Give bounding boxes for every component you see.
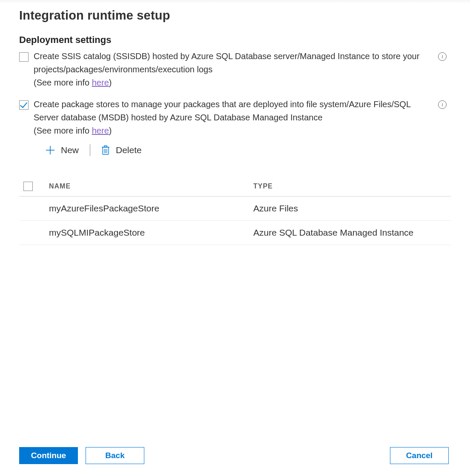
delete-button[interactable]: Delete: [99, 143, 144, 157]
section-title: Deployment settings: [19, 34, 451, 46]
page-title: Integration runtime setup: [19, 9, 451, 23]
package-store-checkbox[interactable]: [19, 100, 29, 110]
toolbar-divider: [90, 144, 90, 156]
ssisdb-checkbox[interactable]: [19, 52, 29, 62]
info-icon[interactable]: i: [438, 100, 447, 109]
cancel-button[interactable]: Cancel: [390, 447, 449, 464]
back-button[interactable]: Back: [86, 447, 144, 464]
select-all-checkbox[interactable]: [23, 182, 33, 191]
col-header-type[interactable]: TYPE: [253, 182, 451, 190]
row-type: Azure Files: [253, 203, 451, 214]
option-package-store: Create package stores to manage your pac…: [19, 98, 451, 166]
delete-button-label: Delete: [116, 145, 142, 155]
ssisdb-info-suffix: ): [109, 78, 112, 87]
package-store-info-suffix: ): [109, 126, 112, 135]
row-name: myAzureFilesPackageStore: [49, 203, 253, 214]
row-type: Azure SQL Database Managed Instance: [253, 228, 451, 238]
table-row[interactable]: mySQLMIPackageStore Azure SQL Database M…: [19, 221, 451, 245]
option-ssisdb: Create SSIS catalog (SSISDB) hosted by A…: [19, 50, 451, 88]
package-store-info-link[interactable]: here: [92, 126, 109, 135]
ssisdb-info: (See more info here): [34, 78, 433, 88]
footer: Continue Back Cancel: [0, 438, 470, 476]
ssisdb-label: Create SSIS catalog (SSISDB) hosted by A…: [34, 50, 433, 76]
trash-icon: [101, 145, 110, 155]
svg-rect-7: [104, 146, 107, 147]
continue-button[interactable]: Continue: [19, 447, 78, 464]
new-button[interactable]: New: [43, 143, 81, 157]
ssisdb-info-prefix: (See more info: [34, 78, 92, 87]
table-row[interactable]: myAzureFilesPackageStore Azure Files: [19, 197, 451, 221]
package-store-label: Create package stores to manage your pac…: [34, 98, 433, 124]
ssisdb-info-link[interactable]: here: [92, 78, 109, 87]
plus-icon: [46, 145, 55, 155]
package-toolbar: New Delete: [43, 143, 433, 157]
package-store-table: NAME TYPE myAzureFilesPackageStore Azure…: [19, 177, 451, 245]
info-icon[interactable]: i: [438, 52, 447, 61]
package-store-info: (See more info here): [34, 126, 433, 136]
new-button-label: New: [61, 145, 79, 155]
row-name: mySQLMIPackageStore: [49, 228, 253, 238]
table-header-row: NAME TYPE: [19, 177, 451, 197]
col-header-name[interactable]: NAME: [49, 182, 253, 190]
package-store-info-prefix: (See more info: [34, 126, 92, 135]
